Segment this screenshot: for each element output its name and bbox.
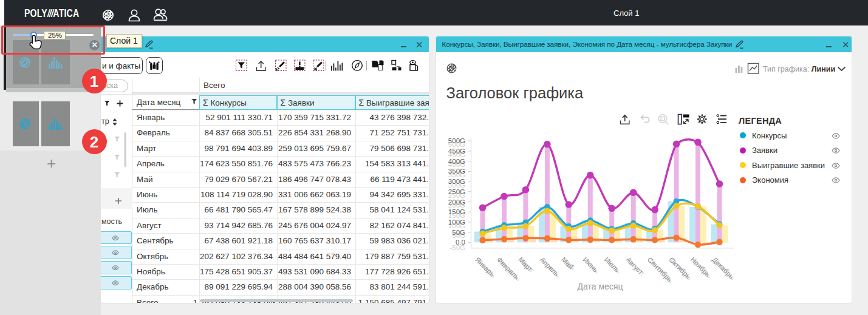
svg-text:400G: 400G bbox=[448, 158, 465, 165]
svg-text:50G: 50G bbox=[452, 229, 465, 236]
svg-text:250G: 250G bbox=[448, 188, 465, 195]
svg-text:500G: 500G bbox=[448, 137, 465, 144]
svg-text:Август: Август bbox=[624, 256, 644, 276]
svg-text:Декабрь: Декабрь bbox=[711, 256, 735, 280]
svg-text:300G: 300G bbox=[448, 178, 465, 185]
svg-text:Апрель: Апрель bbox=[538, 256, 560, 277]
svg-text:Июль: Июль bbox=[603, 256, 621, 273]
svg-text:Июнь: Июнь bbox=[581, 256, 599, 273]
svg-text:Февраль: Февраль bbox=[496, 256, 521, 281]
svg-text:100G: 100G bbox=[448, 218, 465, 226]
svg-text:150G: 150G bbox=[448, 208, 465, 215]
svg-text:Январь: Январь bbox=[474, 256, 496, 277]
svg-text:350G: 350G bbox=[448, 168, 465, 175]
svg-text:-50G: -50G bbox=[449, 244, 465, 251]
svg-text:мость: мость bbox=[101, 217, 122, 226]
svg-text:тр: тр bbox=[101, 117, 109, 126]
svg-text:450G: 450G bbox=[448, 147, 465, 155]
svg-text:200G: 200G bbox=[448, 198, 465, 206]
svg-text:Дата месяц: Дата месяц bbox=[578, 282, 623, 291]
